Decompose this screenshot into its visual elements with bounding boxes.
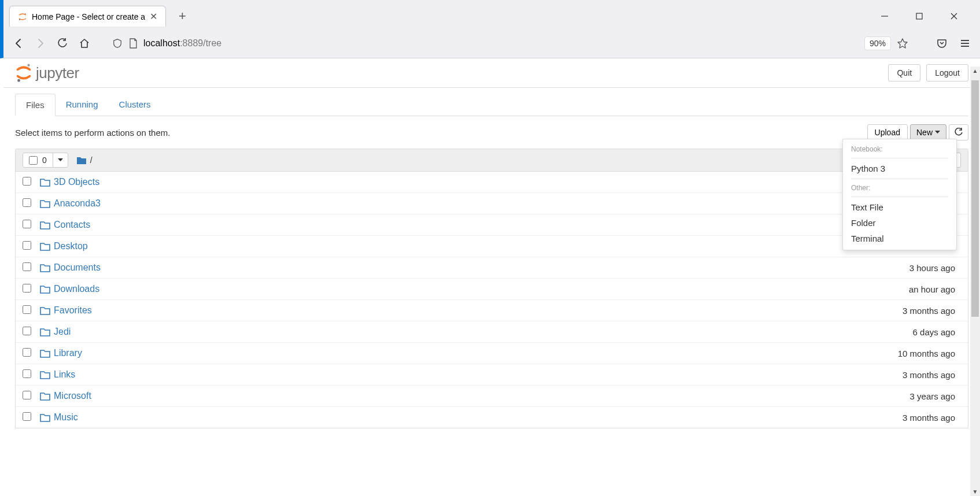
new-button[interactable]: New xyxy=(910,124,946,140)
tab-running[interactable]: Running xyxy=(56,94,109,116)
row-checkbox[interactable] xyxy=(23,348,31,357)
dropdown-item-textfile[interactable]: Text File xyxy=(843,199,956,215)
file-name-link[interactable]: Library xyxy=(54,348,82,358)
file-name-link[interactable]: Desktop xyxy=(54,241,88,251)
file-modified: 10 months ago xyxy=(863,349,961,358)
dropdown-divider xyxy=(851,179,948,179)
file-row: Microsoft3 years ago xyxy=(16,385,968,406)
folder-icon xyxy=(40,392,54,401)
row-checkbox[interactable] xyxy=(23,177,31,186)
row-checkbox[interactable] xyxy=(23,412,31,421)
pocket-icon[interactable] xyxy=(936,38,948,49)
row-checkbox[interactable] xyxy=(23,391,31,399)
new-tab-button[interactable]: + xyxy=(179,9,186,24)
file-modified: 3 months ago xyxy=(863,370,961,380)
reload-button[interactable] xyxy=(57,38,68,49)
svg-rect-3 xyxy=(916,13,922,19)
nav-bar: localhost:8889/tree 90% xyxy=(3,29,980,58)
dropdown-section-other: Other: xyxy=(843,182,956,194)
back-button[interactable] xyxy=(13,38,24,49)
row-checkbox[interactable] xyxy=(23,241,31,250)
file-row: Jedi6 days ago xyxy=(16,321,968,342)
tab-files[interactable]: Files xyxy=(15,94,56,116)
svg-point-1 xyxy=(19,18,20,20)
window-maximize-icon[interactable] xyxy=(911,10,928,23)
folder-icon xyxy=(40,371,54,379)
window-close-icon[interactable] xyxy=(945,10,963,23)
file-name-link[interactable]: Jedi xyxy=(54,327,71,337)
file-modified: 3 hours ago xyxy=(863,263,961,273)
tab-clusters[interactable]: Clusters xyxy=(109,94,161,116)
scrollbar-thumb[interactable] xyxy=(971,80,979,317)
dropdown-item-terminal[interactable]: Terminal xyxy=(843,231,956,246)
file-modified: 6 days ago xyxy=(863,327,961,337)
files-toolbar: Select items to perform actions on them.… xyxy=(15,116,968,149)
svg-point-10 xyxy=(17,79,20,82)
upload-button[interactable]: Upload xyxy=(867,124,908,140)
url-bar[interactable]: localhost:8889/tree 90% xyxy=(105,33,915,54)
dropdown-item-folder[interactable]: Folder xyxy=(843,215,956,231)
quit-button[interactable]: Quit xyxy=(888,64,920,82)
jupyter-logo[interactable]: jupyter xyxy=(15,63,79,83)
url-text[interactable]: localhost:8889/tree xyxy=(143,38,859,49)
row-checkbox[interactable] xyxy=(23,198,31,207)
tab-bar: Home Page - Select or create a ✕ + xyxy=(3,0,980,29)
forward-button xyxy=(35,38,46,49)
file-name-link[interactable]: Downloads xyxy=(54,284,99,294)
dropdown-divider xyxy=(851,197,948,197)
jupyter-header: jupyter Quit Logout xyxy=(3,58,980,88)
window-minimize-icon[interactable] xyxy=(876,10,893,23)
scrollbar-up-icon[interactable]: ▲ xyxy=(970,68,980,74)
refresh-button[interactable] xyxy=(949,124,968,140)
selection-count: 0 xyxy=(42,156,47,165)
file-list-header: 0 / Name e xyxy=(15,149,968,172)
file-name-link[interactable]: Contacts xyxy=(54,220,90,230)
folder-icon xyxy=(40,349,54,358)
file-name-link[interactable]: Microsoft xyxy=(54,391,91,401)
browser-tab[interactable]: Home Page - Select or create a ✕ xyxy=(9,6,166,27)
bookmark-star-icon[interactable] xyxy=(897,38,908,49)
jupyter-favicon xyxy=(18,12,27,21)
page-scrollbar[interactable]: ▲ ▼ xyxy=(970,66,980,434)
dropdown-item-python3[interactable]: Python 3 xyxy=(843,161,956,176)
file-name-link[interactable]: Documents xyxy=(54,262,101,273)
file-row: Links3 months ago xyxy=(16,364,968,385)
file-modified: 3 years ago xyxy=(863,391,961,401)
folder-root-icon xyxy=(76,156,87,165)
file-row: Anaconda3 xyxy=(16,193,968,214)
dropdown-section-notebook: Notebook: xyxy=(843,143,956,156)
file-name-link[interactable]: Music xyxy=(54,412,78,423)
page-info-icon[interactable] xyxy=(128,38,138,49)
close-tab-icon[interactable]: ✕ xyxy=(150,11,157,22)
file-name-link[interactable]: Links xyxy=(54,369,75,380)
folder-icon xyxy=(40,264,54,272)
zoom-level[interactable]: 90% xyxy=(864,36,891,50)
file-name-link[interactable]: 3D Objects xyxy=(54,177,99,187)
row-checkbox[interactable] xyxy=(23,327,31,335)
folder-icon xyxy=(40,413,54,422)
home-button[interactable] xyxy=(79,38,90,49)
file-name-link[interactable]: Favorites xyxy=(54,305,92,316)
svg-point-0 xyxy=(25,13,26,14)
logout-button[interactable]: Logout xyxy=(926,64,968,82)
row-checkbox[interactable] xyxy=(23,284,31,293)
breadcrumb[interactable]: / xyxy=(76,156,93,165)
folder-icon xyxy=(40,285,54,294)
file-row: Library10 months ago xyxy=(16,342,968,364)
app-menu-icon[interactable] xyxy=(959,38,971,49)
file-row: Music3 months ago xyxy=(16,406,968,428)
file-name-link[interactable]: Anaconda3 xyxy=(54,198,101,209)
select-all-control[interactable]: 0 xyxy=(23,153,68,168)
folder-icon xyxy=(40,199,54,208)
shield-icon[interactable] xyxy=(112,38,123,49)
window-controls xyxy=(876,10,974,23)
row-checkbox[interactable] xyxy=(23,305,31,314)
row-checkbox[interactable] xyxy=(23,220,31,228)
select-all-checkbox[interactable] xyxy=(29,156,38,165)
file-modified: 3 months ago xyxy=(863,413,961,423)
select-dropdown-icon[interactable] xyxy=(53,156,68,164)
row-checkbox[interactable] xyxy=(23,369,31,378)
main-tabs: Files Running Clusters xyxy=(15,94,968,116)
row-checkbox[interactable] xyxy=(23,262,31,271)
breadcrumb-root[interactable]: / xyxy=(90,156,93,165)
